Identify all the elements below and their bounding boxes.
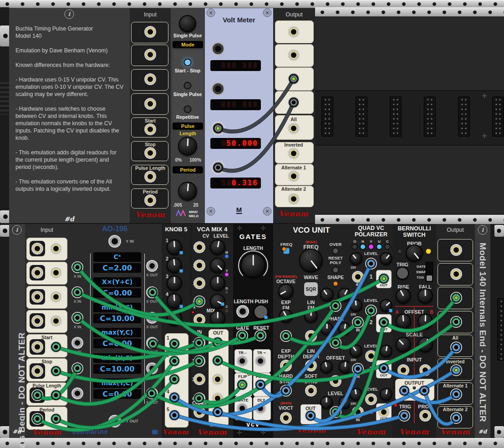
knob5-jack-2[interactable] — [168, 355, 180, 367]
module-volt-meter[interactable]: ✕ ✕ ✕ ✕ Volt Meter 888 888 888 888 888 8… — [205, 8, 273, 223]
knob5-jack-3[interactable] — [168, 373, 180, 385]
out-jack-1[interactable] — [212, 336, 224, 348]
start-jack-cv[interactable] — [50, 341, 62, 353]
const-display[interactable]: C=0.00 — [93, 339, 141, 348]
start-stop-radio-led[interactable] — [184, 59, 192, 66]
mode-led-v[interactable] — [368, 244, 374, 250]
input-jack[interactable] — [50, 315, 62, 327]
output-a-jack[interactable] — [398, 385, 410, 397]
input-jack[interactable] — [31, 267, 43, 279]
wave-sqr-button[interactable]: SQR — [304, 282, 318, 296]
input-jack[interactable] — [50, 291, 62, 303]
out-jack-3[interactable] — [212, 373, 224, 385]
single-pulse-button[interactable] — [179, 15, 196, 32]
length-cv-jack[interactable] — [236, 305, 249, 318]
module-end-strip[interactable]: i Model 140 Internals End - DO NOT ALTER… — [475, 224, 490, 438]
in-jack-2[interactable] — [193, 355, 205, 367]
mix-knob[interactable] — [210, 311, 225, 326]
level-knob-2a[interactable] — [350, 299, 362, 312]
const-display[interactable]: C=10.00 — [93, 314, 141, 323]
trig-button[interactable] — [396, 267, 409, 280]
in-jack-1[interactable] — [193, 337, 205, 349]
lin-depth-jack[interactable] — [305, 360, 317, 372]
level-cv-jack-4[interactable] — [365, 393, 377, 405]
meter-input-jack-1[interactable] — [211, 42, 225, 56]
module-output-bottom[interactable]: Output All Inverted Alternate 1 Alternat… — [436, 224, 475, 438]
alternate1-jack[interactable] — [450, 388, 462, 400]
input-jack[interactable] — [31, 243, 43, 255]
vco-out-jack[interactable] — [305, 410, 316, 422]
level-knob-3b[interactable] — [380, 345, 392, 357]
reset-poly-button[interactable] — [332, 267, 339, 274]
stop-jack[interactable] — [31, 365, 43, 377]
out-jack-2[interactable] — [378, 316, 390, 328]
alternate2-jack[interactable] — [450, 412, 462, 424]
level-knob-3a[interactable] — [350, 345, 362, 357]
level-cv-jack-3[interactable] — [365, 350, 377, 362]
trig-out-jack[interactable] — [398, 410, 410, 422]
level-knob-4a[interactable] — [350, 388, 362, 401]
level-knob-2[interactable] — [210, 258, 225, 273]
x-in-jack-6[interactable] — [71, 387, 83, 399]
module-ao106[interactable]: AO-106 Y IN Cˣ C=2.00 X IN X OUT X×(Y+C)… — [68, 224, 162, 438]
soft-sync-jack[interactable] — [305, 385, 317, 397]
scale-a-knob[interactable] — [396, 337, 411, 352]
level-knob-1b[interactable] — [380, 252, 392, 265]
input-b-jack[interactable] — [419, 364, 431, 376]
rise-knob[interactable] — [396, 288, 411, 304]
offset-knob[interactable] — [320, 361, 333, 373]
in-jack-2[interactable] — [352, 316, 364, 328]
start-jack[interactable] — [31, 341, 43, 353]
module-gates[interactable]: ✛ ✛ GATES LENGTH LENGTH PUSH ▼ GATE RESE… — [233, 224, 273, 438]
module-vco-unit[interactable]: VCO UNIT FREQ (BIAS) FREQ OVER RESET POL… — [273, 224, 350, 438]
meter-input-jack-3[interactable] — [211, 122, 225, 135]
exp-depth-jack[interactable] — [280, 360, 292, 372]
shape-knob[interactable] — [320, 288, 334, 301]
lin-fm-knob[interactable] — [304, 309, 318, 323]
info-icon[interactable]: i — [65, 10, 74, 19]
all-output-jack[interactable] — [288, 122, 300, 134]
expr-display[interactable]: Cˣ — [93, 252, 141, 262]
pulse-length-jack[interactable] — [31, 389, 43, 401]
x-in-jack-1[interactable] — [71, 261, 83, 273]
dly-out-jack[interactable] — [255, 402, 266, 414]
input-jack[interactable] — [31, 291, 43, 303]
module-begin-strip[interactable]: i Model 140 Internals Begin - DO NOT ALT… — [9, 224, 25, 438]
module-output-top[interactable]: Output All Inverted Alternate 1 Alternat… — [273, 8, 315, 223]
module-quad-polarizer[interactable]: QUAD VC POLARIZER O N V U C LEVEL 10V 1 … — [350, 224, 392, 438]
alternate2-output-jack[interactable] — [288, 193, 300, 205]
inverted-jack[interactable] — [450, 364, 462, 376]
input-a-jack[interactable] — [397, 364, 409, 376]
info-icon[interactable]: i — [12, 225, 22, 235]
x-out-jack-6[interactable] — [146, 387, 158, 399]
fall-knob[interactable] — [417, 288, 433, 304]
x-out-jack-2[interactable] — [146, 286, 158, 298]
level-knob-1a[interactable] — [350, 252, 362, 265]
single-pulse-radio-led[interactable] — [184, 82, 192, 90]
repetitive-radio-led[interactable] — [184, 106, 192, 113]
input-jack[interactable] — [144, 98, 156, 110]
module-bernoulli[interactable]: BERNOULLI SWITCH PROB TRIG GATE SWAP TOG… — [392, 224, 436, 438]
module-knob5[interactable]: KNOB 5 1 2 3 4 5 1 2 3 4 5 Venom — [162, 224, 191, 438]
x-in-jack-4[interactable] — [71, 337, 83, 349]
input-jack[interactable] — [50, 267, 62, 279]
offset-a-knob[interactable] — [396, 314, 411, 329]
module-mode[interactable]: Single Pulse Mode Start - Stop Single Pu… — [171, 8, 205, 223]
expr-display[interactable]: min(X,C) — [93, 353, 141, 363]
freq-knob[interactable] — [299, 249, 323, 272]
prob-out-jack[interactable] — [419, 410, 431, 422]
mode-led-m[interactable] — [224, 254, 229, 259]
stop-input-jack[interactable] — [144, 147, 156, 159]
reset-input-jack[interactable] — [255, 330, 266, 341]
knob5-jack-4[interactable] — [168, 392, 180, 403]
input-jack[interactable] — [31, 315, 43, 327]
stop-jack-cv[interactable] — [50, 365, 62, 377]
hard-sync-jack[interactable] — [280, 385, 292, 397]
period-knob[interactable] — [178, 182, 197, 201]
phase-cv-knob[interactable] — [338, 322, 351, 335]
mode-led-u[interactable] — [376, 244, 382, 250]
input-jack[interactable] — [50, 243, 62, 255]
pulse-length-jack-cv[interactable] — [50, 389, 62, 401]
prob-knob[interactable] — [406, 244, 423, 262]
gate-input-jack[interactable] — [236, 330, 248, 341]
